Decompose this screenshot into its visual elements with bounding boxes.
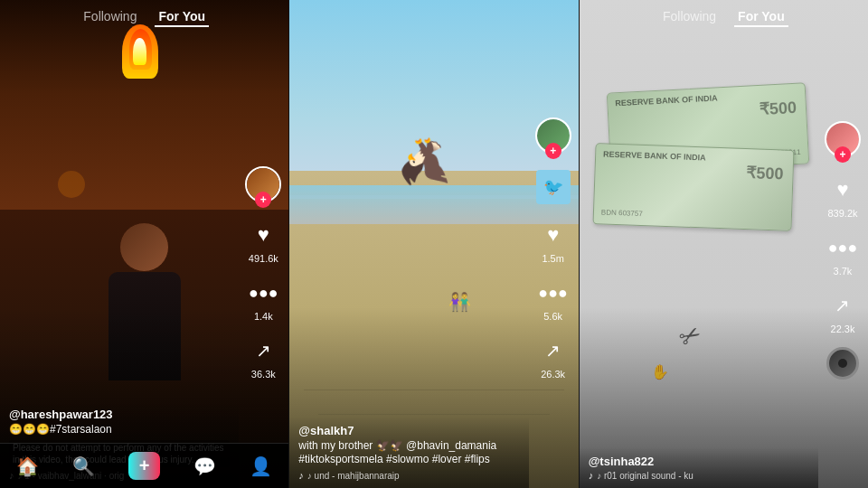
username-1[interactable]: @hareshpawar123 (9, 408, 230, 421)
video-thumbnail-2: 🐦 (536, 170, 571, 204)
money-note-2: RESERVE BANK OF INDIA ₹500 BDN 603757 (592, 143, 794, 231)
heart-icon-2[interactable]: ♥ (537, 219, 570, 251)
share-icon-3[interactable]: ↗ (826, 289, 859, 322)
music-label-3: ♪ r01 original sound - ku (597, 471, 693, 481)
comment-count-2: 5.6k (543, 311, 562, 322)
nav-profile[interactable]: 👤 (250, 455, 272, 477)
caption-1: 😁😁😁#7starsalaon (9, 423, 230, 437)
music-icon-3: ♪ (589, 470, 594, 481)
share-count-3: 22.3k (831, 324, 855, 334)
following-tab[interactable]: Following (80, 7, 140, 27)
share-count-2: 26.3k (541, 369, 565, 380)
action-sidebar-3: + ♥ 839.2k ●●● 3.7k ↗ 22.3k (825, 121, 861, 380)
fire-effect (113, 24, 176, 106)
share-action-2[interactable]: ↗ 26.3k (537, 334, 570, 380)
music-info-2: ♪ ♪ und - mahijbannaraip (298, 470, 519, 481)
action-sidebar-2: + 🐦 ♥ 1.5m ●●● 5.6k ↗ 26.3k (535, 117, 571, 380)
comment-icon-1[interactable]: ●●● (247, 277, 279, 309)
top-navigation: Following For You (0, 7, 288, 27)
follow-button-3[interactable]: + (835, 146, 851, 163)
like-action-2[interactable]: ♥ 1.5m (537, 219, 570, 264)
beach-figures: 👫 (448, 291, 471, 313)
person-figure (108, 222, 181, 380)
nav-inbox[interactable]: 💬 (193, 455, 216, 477)
bird-figure: 🦅 (395, 132, 459, 193)
video-info-3: @tsinha822 ♪ ♪ r01 original sound - ku (580, 447, 818, 488)
music-icon-2: ♪ (298, 470, 304, 481)
share-icon-1[interactable]: ↗ (247, 334, 279, 367)
hand-figure: ✋ (651, 363, 669, 380)
top-navigation-3: Following For You (580, 7, 868, 27)
video-panel-1: Following For You + ♥ 491.6k ●●● 1.4k ↗ … (0, 0, 289, 488)
like-count-3: 839.2k (827, 208, 857, 219)
music-disc-3 (826, 347, 859, 380)
comment-action-2[interactable]: ●●● 5.6k (537, 277, 570, 322)
comment-action-1[interactable]: ●●● 1.4k (247, 277, 279, 322)
video-panel-3: RESERVE BANK OF INDIA ₹500 BDN 603757 96… (580, 0, 868, 488)
plus-icon: + (139, 455, 150, 476)
share-action-1[interactable]: ↗ 36.3k (247, 334, 279, 380)
bird-thumbnail-icon: 🐦 (543, 177, 563, 197)
like-action-3[interactable]: ♥ 839.2k (826, 174, 859, 219)
profile-icon: 👤 (250, 455, 272, 477)
like-count-2: 1.5m (542, 253, 563, 264)
nav-home[interactable]: 🏠 (16, 455, 39, 477)
username-2[interactable]: @shalkh7 (298, 424, 519, 437)
username-3[interactable]: @tsinha822 (589, 455, 809, 468)
comment-icon-2[interactable]: ●●● (537, 277, 570, 309)
creator-avatar-2[interactable]: + (535, 117, 571, 154)
video-panel-2: 🦅 👫 + 🐦 ♥ 1.5m ●●● 5.6k ↗ 26.3k (289, 0, 579, 488)
caption-2: with my brother 🦅🦅 @bhavin_damania #tikt… (298, 439, 519, 467)
like-count-1: 491.6k (249, 253, 278, 264)
comment-count-3: 3.7k (834, 266, 853, 277)
bottom-navigation: 🏠 🔍 + 💬 👤 (0, 443, 288, 488)
search-icon: 🔍 (72, 455, 95, 477)
share-count-1: 36.3k (251, 369, 276, 380)
like-action-1[interactable]: ♥ 491.6k (247, 219, 279, 264)
create-button[interactable]: + (128, 452, 161, 480)
follow-button-1[interactable]: + (255, 192, 271, 208)
for-you-tab-3[interactable]: For You (734, 7, 788, 27)
video-info-2: @shalkh7 with my brother 🦅🦅 @bhavin_dama… (289, 417, 528, 488)
inbox-icon: 💬 (193, 455, 216, 477)
heart-icon-1[interactable]: ♥ (247, 219, 279, 251)
share-icon-2[interactable]: ↗ (537, 334, 570, 367)
music-label-2: ♪ und - mahijbannaraip (307, 471, 400, 481)
comment-count-1: 1.4k (254, 311, 273, 322)
nav-discover[interactable]: 🔍 (72, 455, 95, 477)
heart-icon-3[interactable]: ♥ (826, 174, 859, 206)
comment-icon-3[interactable]: ●●● (826, 231, 859, 264)
comment-action-3[interactable]: ●●● 3.7k (826, 231, 859, 277)
creator-avatar-1[interactable]: + (245, 166, 281, 202)
for-you-tab[interactable]: For You (155, 7, 209, 27)
home-icon: 🏠 (16, 455, 39, 477)
creator-avatar-3[interactable]: + (825, 121, 861, 157)
music-info-3: ♪ ♪ r01 original sound - ku (589, 470, 809, 481)
action-sidebar-1: + ♥ 491.6k ●●● 1.4k ↗ 36.3k (245, 166, 281, 380)
share-action-3[interactable]: ↗ 22.3k (826, 289, 859, 334)
following-tab-3[interactable]: Following (659, 7, 720, 27)
follow-button-2[interactable]: + (545, 143, 561, 159)
